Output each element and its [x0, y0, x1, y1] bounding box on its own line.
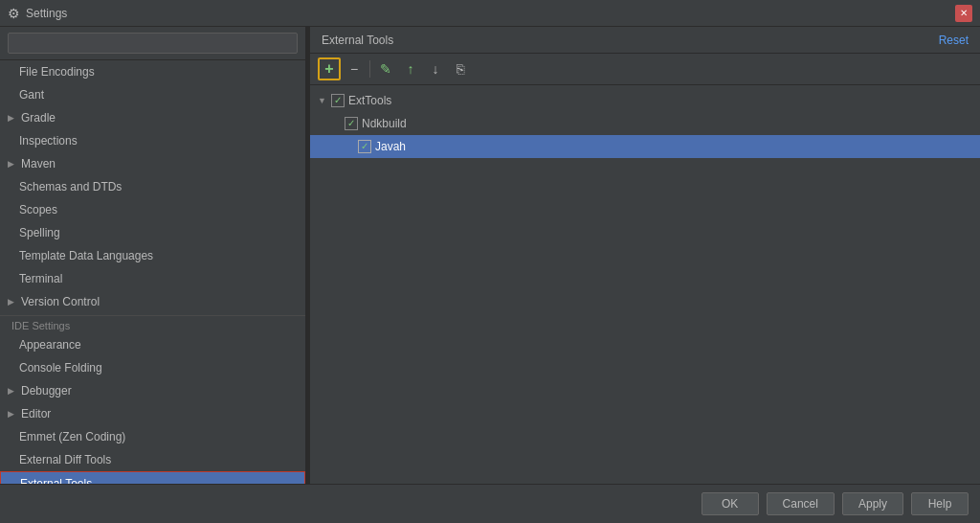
- separator1: [369, 60, 370, 78]
- ide-settings-label: IDE Settings: [0, 315, 305, 333]
- title-bar-icon: ⚙: [8, 6, 20, 21]
- sidebar-item-maven[interactable]: ▶ Maven: [0, 152, 305, 175]
- title-bar: ⚙ Settings ✕: [0, 0, 980, 27]
- tree-panel: ▼ ✓ ExtTools ✓ Ndkbuild ✓ Javah: [310, 85, 980, 484]
- sidebar-item-file-encodings[interactable]: File Encodings: [0, 60, 305, 83]
- help-button[interactable]: Help: [911, 492, 969, 515]
- search-bar: [0, 27, 305, 60]
- down-button[interactable]: ↓: [424, 57, 447, 80]
- sidebar-item-terminal[interactable]: Terminal: [0, 267, 305, 290]
- sidebar-item-gant[interactable]: Gant: [0, 83, 305, 106]
- toolbar: + − ✎ ↑ ↓ ⎘: [310, 54, 980, 85]
- ext-tools-label: ExtTools: [348, 91, 391, 110]
- sidebar: File Encodings Gant ▶ Gradle Inspections…: [0, 27, 306, 484]
- ext-tools-checkbox[interactable]: ✓: [331, 94, 345, 107]
- vc-arrow: ▶: [8, 293, 19, 310]
- ndkbuild-label: Ndkbuild: [362, 114, 407, 133]
- add-button[interactable]: +: [318, 57, 341, 80]
- sidebar-item-external-tools[interactable]: External Tools: [0, 471, 305, 484]
- tree-node-javah[interactable]: ✓ Javah: [310, 135, 980, 158]
- ext-tools-expand-arrow: ▼: [318, 91, 331, 110]
- title-bar-title: Settings: [26, 7, 955, 20]
- sidebar-item-version-control[interactable]: ▶ Version Control: [0, 290, 305, 313]
- sidebar-item-emmet[interactable]: Emmet (Zen Coding): [0, 425, 305, 448]
- sidebar-item-editor[interactable]: ▶ Editor: [0, 402, 305, 425]
- panel-header: External Tools Reset: [310, 27, 980, 54]
- debugger-arrow: ▶: [8, 382, 19, 399]
- javah-label: Javah: [375, 137, 406, 156]
- sidebar-item-template-data-languages[interactable]: Template Data Languages: [0, 244, 305, 267]
- close-button[interactable]: ✕: [955, 5, 972, 22]
- sidebar-item-inspections[interactable]: Inspections: [0, 129, 305, 152]
- search-input[interactable]: [8, 33, 298, 54]
- reset-link[interactable]: Reset: [939, 34, 969, 47]
- settings-dialog: File Encodings Gant ▶ Gradle Inspections…: [0, 27, 980, 523]
- sidebar-item-debugger[interactable]: ▶ Debugger: [0, 379, 305, 402]
- sidebar-item-scopes[interactable]: Scopes: [0, 198, 305, 221]
- edit-button[interactable]: ✎: [374, 57, 397, 80]
- copy-button[interactable]: ⎘: [449, 57, 472, 80]
- up-button[interactable]: ↑: [399, 57, 422, 80]
- sidebar-item-external-diff-tools[interactable]: External Diff Tools: [0, 448, 305, 471]
- sidebar-item-schemas[interactable]: Schemas and DTDs: [0, 175, 305, 198]
- main-panel: External Tools Reset + − ✎ ↑ ↓ ⎘ ▼ ✓: [310, 27, 980, 484]
- maven-arrow: ▶: [8, 155, 19, 172]
- tree-node-ext-tools[interactable]: ▼ ✓ ExtTools: [310, 89, 980, 112]
- sidebar-item-spelling[interactable]: Spelling: [0, 221, 305, 244]
- javah-checkbox[interactable]: ✓: [358, 140, 371, 153]
- editor-arrow: ▶: [8, 405, 19, 422]
- ndkbuild-checkbox[interactable]: ✓: [345, 117, 358, 130]
- tree-node-ndkbuild[interactable]: ✓ Ndkbuild: [310, 112, 980, 135]
- sidebar-list: File Encodings Gant ▶ Gradle Inspections…: [0, 60, 305, 484]
- dialog-body: File Encodings Gant ▶ Gradle Inspections…: [0, 27, 980, 484]
- dialog-footer: OK Cancel Apply Help: [0, 484, 980, 523]
- sidebar-item-appearance[interactable]: Appearance: [0, 333, 305, 356]
- remove-button[interactable]: −: [343, 57, 366, 80]
- ok-button[interactable]: OK: [702, 492, 759, 515]
- apply-button[interactable]: Apply: [842, 492, 903, 515]
- cancel-button[interactable]: Cancel: [767, 492, 835, 515]
- panel-title: External Tools: [322, 34, 393, 47]
- gradle-arrow: ▶: [8, 109, 19, 126]
- sidebar-item-console-folding[interactable]: Console Folding: [0, 356, 305, 379]
- sidebar-item-gradle[interactable]: ▶ Gradle: [0, 106, 305, 129]
